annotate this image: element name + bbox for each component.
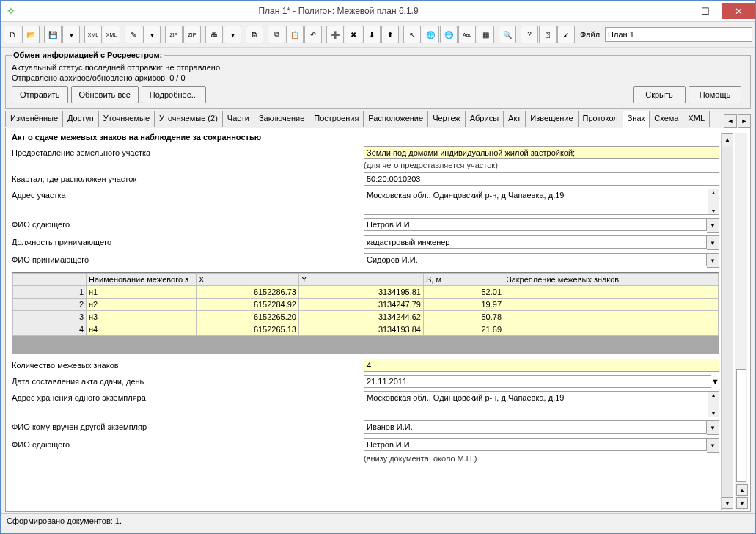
address-textarea[interactable]: Московская обл., Одинцовский р-н, д.Чапа… — [364, 189, 719, 215]
tab-5[interactable]: Заключение — [254, 111, 309, 127]
status-bar: Сформировано документов: 1. — [1, 513, 755, 533]
side-down-icon[interactable]: ▼ — [736, 497, 748, 509]
grid-header-fix[interactable]: Закрепление межевых знаков — [504, 274, 719, 286]
send-button[interactable]: Отправить — [12, 86, 68, 103]
globe2-icon[interactable]: 🌐 — [440, 26, 458, 43]
calc-icon[interactable]: ▦ — [477, 26, 494, 43]
tab-15[interactable]: XML — [683, 111, 710, 127]
spellcheck-icon[interactable]: Авс — [458, 26, 476, 43]
tab-9[interactable]: Абрисы — [465, 111, 504, 127]
tab-scroll-left[interactable]: ◄ — [724, 114, 737, 128]
tab-7[interactable]: Расположение — [363, 111, 428, 127]
more-button[interactable]: Подробнее... — [142, 86, 206, 103]
minimize-button[interactable]: — — [657, 3, 689, 19]
section-title: Акт о сдаче межевых знаков на наблюдение… — [12, 133, 719, 142]
save-icon[interactable]: 💾 — [44, 26, 62, 43]
receiver-fio-combo[interactable] — [364, 253, 707, 266]
giver-fio2-combo[interactable] — [364, 438, 707, 451]
copy-icon[interactable]: ⧉ — [268, 26, 285, 43]
help-button[interactable]: Помощь — [689, 86, 741, 103]
edit-icon[interactable]: ✎ — [125, 26, 142, 43]
receiver-post-label: Должность принимающего — [12, 235, 364, 246]
table-row[interactable]: 4н46152265.133134193.8421.69 — [13, 323, 719, 336]
tab-4[interactable]: Части — [222, 111, 254, 127]
storage-scrollbar[interactable]: ▴▾ — [708, 392, 719, 417]
cursor-icon[interactable]: ➹ — [557, 26, 575, 43]
zip2-icon[interactable]: ZIP — [183, 26, 201, 43]
pointer-icon[interactable]: ↖ — [403, 26, 421, 43]
receiver-post-combo[interactable] — [364, 235, 707, 249]
table-row[interactable]: 1н16152286.733134195.8152.01 — [13, 286, 719, 299]
new-icon[interactable]: 🗋 — [4, 26, 21, 43]
close-button[interactable]: ✕ — [722, 3, 755, 19]
print-dropdown-icon[interactable]: ▾ — [224, 26, 241, 43]
giver-fio-combo[interactable] — [364, 218, 707, 231]
grid-header-x[interactable]: X — [197, 274, 299, 286]
undo-icon[interactable]: ↶ — [304, 26, 322, 43]
grid-header-y[interactable]: Y — [299, 274, 424, 286]
grid-header-s[interactable]: S, м — [424, 274, 504, 286]
find-icon[interactable]: 🔍 — [499, 26, 516, 43]
date-dropdown[interactable]: ▼ — [711, 377, 719, 386]
paste-icon[interactable]: 📋 — [286, 26, 304, 43]
remove-row-icon[interactable]: ⬆ — [381, 26, 399, 43]
tab-2[interactable]: Уточняемые — [98, 111, 155, 127]
hide-button[interactable]: Скрыть — [633, 86, 686, 103]
receiver-fio-dropdown[interactable]: ▼ — [707, 253, 719, 268]
scroll-down-icon[interactable]: ▼ — [722, 497, 733, 509]
whatsthis-icon[interactable]: ⍰ — [539, 26, 557, 43]
date-label: Дата составления акта сдачи, день — [12, 375, 364, 386]
giver-fio-label: ФИО сдающего — [12, 218, 364, 229]
edit-dropdown-icon[interactable]: ▾ — [143, 26, 161, 43]
receiver-post-dropdown[interactable]: ▼ — [707, 235, 719, 250]
tab-10[interactable]: Акт — [503, 111, 526, 127]
giver-fio2-label: ФИО сдающего — [12, 438, 364, 449]
tab-14[interactable]: Схема — [649, 111, 683, 127]
count-input[interactable] — [364, 359, 719, 372]
storage-textarea[interactable]: Московская обл., Одинцовский р-н, д.Чапа… — [364, 391, 719, 417]
date-input[interactable] — [364, 375, 711, 388]
table-row[interactable]: 3н36152265.203134244.6250.78 — [13, 311, 719, 323]
insert-row-icon[interactable]: ⬇ — [363, 26, 381, 43]
globe-icon[interactable]: 🌐 — [422, 26, 439, 43]
other-copy-combo[interactable] — [364, 420, 707, 434]
points-grid[interactable]: Наименование межевого з X Y S, м Закрепл… — [12, 272, 719, 354]
other-copy-dropdown[interactable]: ▼ — [707, 420, 719, 435]
rosreestr-status-1: Актуальный статус последней отправки: не… — [12, 62, 744, 73]
land-grant-input[interactable] — [364, 146, 719, 159]
land-grant-hint: (для чего предоставляется участок) — [364, 161, 719, 169]
tab-8[interactable]: Чертеж — [427, 111, 466, 127]
giver-fio2-dropdown[interactable]: ▼ — [707, 438, 719, 453]
maximize-button[interactable]: ☐ — [689, 3, 722, 19]
save-dropdown-icon[interactable]: ▾ — [62, 26, 80, 43]
giver-fio-dropdown[interactable]: ▼ — [707, 218, 719, 233]
tab-6[interactable]: Построения — [309, 111, 364, 127]
help-icon[interactable]: ? — [521, 26, 538, 43]
xml-out-icon[interactable]: XML — [84, 26, 102, 43]
add-row-icon[interactable]: ➕ — [326, 26, 344, 43]
xml-in-icon[interactable]: XML — [103, 26, 120, 43]
refresh-all-button[interactable]: Обновить все — [71, 86, 139, 103]
delete-row-icon[interactable]: ✖ — [345, 26, 362, 43]
tab-scroll-right[interactable]: ► — [738, 114, 751, 128]
tab-13[interactable]: Знак — [623, 111, 650, 128]
tab-3[interactable]: Уточняемые (2) — [154, 111, 223, 127]
rosreestr-legend: Обмен информацией с Росреестром: — [12, 51, 164, 59]
tab-0[interactable]: Изменённые — [5, 111, 63, 127]
open-icon[interactable]: 📂 — [22, 26, 40, 43]
tab-11[interactable]: Извещение — [525, 111, 578, 127]
preview-icon[interactable]: 🗎 — [246, 26, 263, 43]
grid-header-name[interactable]: Наименование межевого з — [87, 274, 197, 286]
scroll-up-icon[interactable]: ▲ — [722, 134, 733, 145]
print-icon[interactable]: 🖶 — [205, 26, 223, 43]
side-panel: ▲ ▼ — [735, 133, 747, 510]
tab-12[interactable]: Протокол — [578, 111, 623, 127]
side-up-icon[interactable]: ▲ — [736, 484, 748, 496]
tab-1[interactable]: Доступ — [62, 111, 99, 127]
table-row[interactable]: 2н26152284.923134247.7919.97 — [13, 299, 719, 311]
zip-icon[interactable]: ZIP — [165, 26, 183, 43]
kvartal-input[interactable] — [364, 172, 719, 186]
page-scrollbar[interactable]: ▲ ▼ — [721, 133, 733, 510]
file-name-input[interactable] — [605, 27, 752, 42]
address-scrollbar[interactable]: ▴▾ — [708, 189, 719, 214]
